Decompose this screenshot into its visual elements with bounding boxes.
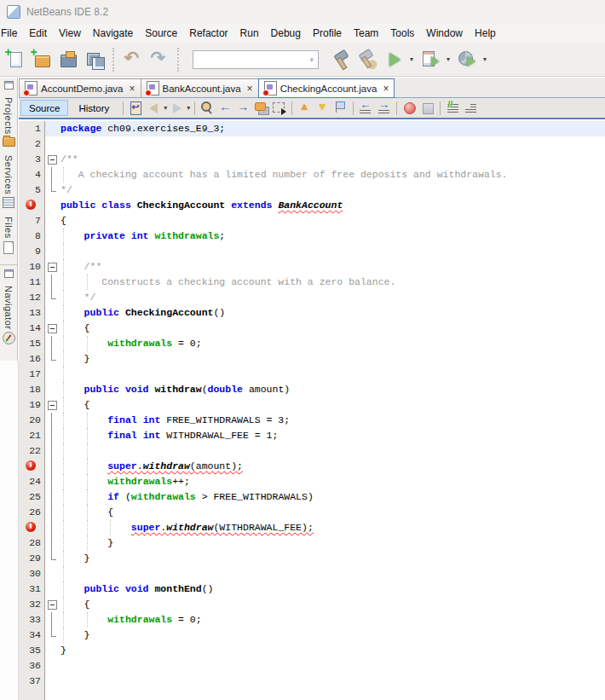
gutter-line-34[interactable]: 34 bbox=[19, 628, 44, 643]
gutter-line-10[interactable]: 10 bbox=[19, 259, 44, 275]
bookmark-prev-button[interactable] bbox=[296, 100, 314, 117]
code-line[interactable]: package ch09.exercises_E9_3; bbox=[59, 121, 605, 136]
sidebar-item-services[interactable]: Services bbox=[0, 151, 17, 212]
gutter-line-37[interactable]: 37 bbox=[19, 674, 44, 689]
build-button[interactable] bbox=[328, 47, 353, 72]
back-button[interactable] bbox=[145, 100, 163, 117]
gutter-line-11[interactable]: 11 bbox=[19, 275, 44, 290]
gutter-line-14[interactable]: 14 bbox=[19, 321, 44, 336]
dropdown-arrow-icon[interactable]: ▾ bbox=[483, 55, 487, 63]
code-line[interactable] bbox=[59, 443, 605, 459]
history-view-button[interactable]: History bbox=[70, 100, 118, 116]
clean-build-button[interactable] bbox=[354, 47, 379, 72]
source-view-button[interactable]: Source bbox=[20, 100, 68, 116]
menu-window[interactable]: Window bbox=[420, 24, 469, 43]
code-line[interactable]: } bbox=[59, 535, 605, 551]
menu-help[interactable]: Help bbox=[469, 24, 502, 43]
dropdown-arrow-icon[interactable]: ▾ bbox=[447, 55, 450, 63]
code-line[interactable]: } bbox=[59, 551, 605, 566]
gutter-line-4[interactable]: 4 bbox=[19, 167, 44, 182]
record-macro-button[interactable] bbox=[400, 100, 418, 117]
gutter-line-33[interactable]: 33 bbox=[19, 612, 44, 628]
gutter-line-1[interactable]: 1 bbox=[19, 121, 44, 136]
code-line[interactable]: private int withdrawals; bbox=[59, 229, 605, 244]
gutter-line-12[interactable]: 12 bbox=[19, 290, 44, 305]
bookmark-next-button[interactable] bbox=[314, 100, 331, 117]
code-line[interactable] bbox=[59, 658, 605, 674]
fold-collapse-icon[interactable] bbox=[48, 324, 57, 333]
gutter-line-32[interactable]: 32 bbox=[19, 597, 44, 612]
code-line[interactable]: { bbox=[59, 213, 605, 229]
menu-profile[interactable]: Profile bbox=[307, 24, 348, 43]
menu-refactor[interactable]: Refactor bbox=[183, 24, 233, 43]
gutter-line-22[interactable]: 22 bbox=[19, 443, 44, 459]
code-line[interactable]: super.withdraw(WITHDRAWAL_FEE); bbox=[59, 520, 605, 535]
error-badge-icon[interactable] bbox=[26, 460, 36, 471]
code-line[interactable]: public void withdraw(double amount) bbox=[59, 382, 605, 397]
profile-button[interactable] bbox=[454, 47, 479, 72]
code-line[interactable]: } bbox=[59, 351, 605, 367]
code-line[interactable]: final int WITHDRAWAL_FEE = 1; bbox=[59, 428, 605, 443]
code-line[interactable]: withdrawals = 0; bbox=[59, 336, 605, 351]
code-line[interactable] bbox=[59, 136, 605, 152]
close-icon[interactable]: × bbox=[247, 83, 253, 95]
dropdown-arrow-icon[interactable]: ▾ bbox=[187, 104, 190, 112]
code-line[interactable]: final int FREE_WITHDRAWALS = 3; bbox=[59, 413, 605, 428]
code-line[interactable]: if (withdrawals > FREE_WITHDRAWALS) bbox=[59, 489, 605, 505]
code-line[interactable]: { bbox=[59, 505, 605, 520]
menu-view[interactable]: View bbox=[53, 24, 87, 43]
gutter-line-27[interactable] bbox=[19, 520, 44, 535]
gutter-line-30[interactable]: 30 bbox=[19, 566, 44, 581]
close-icon[interactable]: × bbox=[383, 83, 389, 95]
gutter-line-18[interactable]: 18 bbox=[19, 382, 44, 397]
code-line[interactable]: /** bbox=[59, 152, 605, 167]
dropdown-arrow-icon[interactable]: ▾ bbox=[410, 55, 413, 63]
gutter-line-23[interactable] bbox=[19, 459, 44, 474]
rect-select-button[interactable] bbox=[270, 100, 288, 117]
code-line[interactable] bbox=[59, 674, 605, 689]
gutter-line-36[interactable]: 36 bbox=[19, 658, 44, 674]
sidebar-item-projects[interactable]: Projects bbox=[0, 93, 17, 151]
gutter-line-7[interactable]: 7 bbox=[19, 213, 44, 229]
comment-button[interactable] bbox=[444, 100, 462, 117]
code-line[interactable]: withdrawals++; bbox=[59, 474, 605, 489]
open-project-button[interactable] bbox=[55, 47, 80, 72]
highlight-button[interactable] bbox=[252, 100, 270, 117]
code-line[interactable]: super.withdraw(amount); bbox=[59, 459, 605, 474]
dock-window-icon[interactable] bbox=[4, 269, 14, 278]
gutter-line-8[interactable]: 8 bbox=[19, 229, 44, 244]
gutter-line-35[interactable]: 35 bbox=[19, 643, 44, 658]
code-line[interactable]: } bbox=[59, 628, 605, 643]
shift-left-button[interactable] bbox=[357, 100, 375, 117]
save-all-button[interactable] bbox=[82, 47, 107, 72]
uncomment-button[interactable] bbox=[462, 100, 480, 117]
gutter-line-5[interactable]: 5 bbox=[19, 182, 44, 198]
dock-window-icon[interactable] bbox=[4, 81, 14, 90]
run-button[interactable] bbox=[381, 47, 406, 72]
find-next-button[interactable] bbox=[234, 100, 252, 117]
code-line[interactable]: public class CheckingAccount extends Ban… bbox=[59, 198, 605, 213]
gutter-line-16[interactable]: 16 bbox=[19, 351, 44, 367]
gutter-line-31[interactable]: 31 bbox=[19, 581, 44, 597]
code-line[interactable]: public void monthEnd() bbox=[59, 581, 605, 597]
code-line[interactable]: /** bbox=[59, 259, 605, 275]
gutter-line-13[interactable]: 13 bbox=[19, 305, 44, 321]
gutter-line-20[interactable]: 20 bbox=[19, 413, 44, 428]
gutter-line-3[interactable]: 3 bbox=[19, 152, 44, 167]
code-pane[interactable]: package ch09.exercises_E9_3;/** A checki… bbox=[59, 121, 605, 700]
config-combobox[interactable]: ▾ bbox=[193, 50, 319, 69]
fold-collapse-icon[interactable] bbox=[48, 263, 57, 272]
gutter-line-17[interactable]: 17 bbox=[19, 367, 44, 382]
gutter-line-9[interactable]: 9 bbox=[19, 244, 44, 259]
gutter-line-2[interactable]: 2 bbox=[19, 136, 44, 152]
code-line[interactable]: { bbox=[59, 397, 605, 413]
error-badge-icon[interactable] bbox=[26, 522, 36, 532]
code-line[interactable] bbox=[59, 566, 605, 581]
debug-button[interactable] bbox=[418, 47, 442, 72]
gutter-line-24[interactable]: 24 bbox=[19, 474, 44, 489]
error-badge-icon[interactable] bbox=[26, 200, 36, 210]
menu-tools[interactable]: Tools bbox=[384, 24, 420, 43]
code-line[interactable]: */ bbox=[59, 182, 605, 198]
bookmark-toggle-button[interactable] bbox=[331, 100, 349, 117]
gutter-line-6[interactable] bbox=[19, 198, 44, 213]
